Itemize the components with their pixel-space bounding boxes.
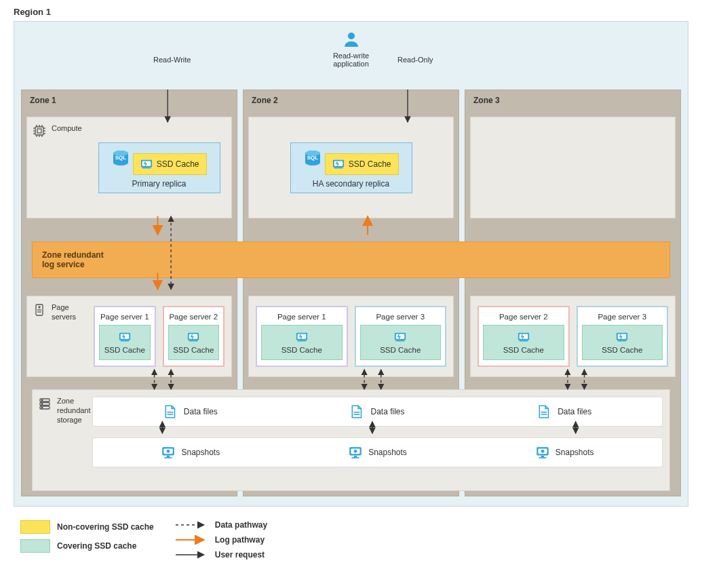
storage-icon (38, 397, 52, 410)
compute-label: Compute (27, 117, 87, 218)
compute-zone2: SSD Cache HA secondary replica (248, 117, 454, 218)
black-arrow-icon (174, 550, 208, 560)
dashed-arrow-icon (174, 520, 208, 530)
page-server-card: Page server 1 SSD Cache (256, 306, 348, 367)
compute-zone3-empty (470, 117, 676, 218)
snapshot-item: Snapshots (161, 445, 220, 460)
page-server-card: Page server 2 SSD Cache (163, 306, 225, 367)
ssd-icon (140, 158, 153, 170)
chip-icon (33, 124, 46, 138)
data-files-item: Data files (350, 404, 404, 419)
swatch-green (20, 539, 50, 553)
document-icon (163, 404, 178, 419)
compute-zone1: Compute SSD Cache Primary replica (26, 117, 232, 218)
snapshot-item: Snapshots (535, 445, 594, 460)
secondary-replica-card: SSD Cache HA secondary replica (290, 142, 412, 193)
region-container: Read-write application Read-Write Read-O… (14, 21, 688, 507)
legend-data-pathway: Data pathway (174, 520, 267, 530)
app-row: Read-write application Read-Write Read-O… (21, 28, 681, 90)
legend-log-pathway: Log pathway (174, 535, 267, 545)
orange-arrow-icon (174, 535, 208, 545)
snapshot-icon (348, 445, 363, 460)
legend-noncover: Non-covering SSD cache (20, 520, 154, 534)
snapshot-item: Snapshots (348, 445, 407, 460)
log-service-band: Zone redundant log service (32, 241, 670, 278)
ssd-noncover-badge: SSD Cache (325, 153, 399, 175)
ssd-icon (119, 331, 131, 343)
data-files-row: Data files Data files Data files (92, 397, 663, 427)
pageservers-zone2: Page server 1 SSD Cache Page server 3 SS… (248, 296, 454, 377)
storage-label: Zone redundant storage (57, 397, 91, 425)
ssd-noncover-badge: SSD Cache (133, 153, 207, 175)
rw-label: Read-Write (153, 56, 191, 64)
document-icon (537, 404, 552, 419)
app-caption: Read-write application (324, 52, 378, 68)
user-icon: Read-write application (324, 31, 378, 68)
legend-cover: Covering SSD cache (20, 539, 154, 553)
ssd-cover-badge: SSD Cache (99, 325, 151, 360)
primary-replica-name: Primary replica (104, 179, 214, 189)
ssd-icon (332, 158, 345, 170)
storage-section: Zone redundant storage Data files Data f… (32, 389, 670, 491)
snapshots-row: Snapshots Snapshots Snapshots (92, 437, 663, 467)
primary-replica-card: SSD Cache Primary replica (98, 142, 220, 193)
page-server-card: Page server 2 SSD Cache (477, 306, 570, 367)
pageservers-zone1: Page servers Page server 1 SSD Cache Pag… (26, 296, 232, 377)
legend-user-request: User request (174, 550, 267, 560)
pageservers-row: Page servers Page server 1 SSD Cache Pag… (21, 292, 681, 381)
ssd-cover-badge: SSD Cache (168, 325, 220, 360)
server-icon (33, 303, 46, 317)
data-files-item: Data files (537, 404, 591, 419)
snapshot-icon (535, 445, 550, 460)
document-icon (350, 404, 365, 419)
page-server-card: Page server 3 SSD Cache (355, 306, 447, 367)
pageservers-label: Page servers (52, 303, 81, 322)
secondary-replica-name: HA secondary replica (296, 179, 406, 189)
page-server-card: Page server 3 SSD Cache (577, 306, 669, 367)
data-files-item: Data files (163, 404, 218, 419)
page-server-card: Page server 1 SSD Cache (94, 306, 156, 367)
sql-database-icon (111, 150, 130, 166)
snapshot-icon (161, 445, 176, 460)
ro-label: Read-Only (397, 56, 433, 64)
pageservers-zone3: Page server 2 SSD Cache Page server 3 SS… (470, 296, 676, 377)
swatch-yellow (20, 520, 50, 534)
ssd-icon (187, 331, 199, 343)
zones-outer: Zone 1 Zone 2 Zone 3 Compute (21, 90, 681, 496)
sql-database-icon (303, 150, 322, 166)
compute-row: Compute SSD Cache Primary replica (21, 113, 681, 222)
zone-overlay: Compute SSD Cache Primary replica (21, 90, 681, 496)
legend: Non-covering SSD cache Covering SSD cach… (0, 515, 702, 569)
region-title: Region 1 (0, 0, 702, 21)
